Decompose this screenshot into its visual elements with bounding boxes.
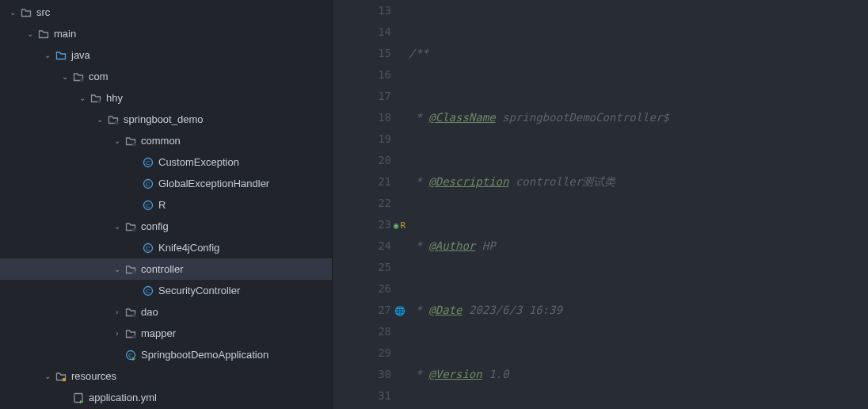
tree-item-hhy[interactable]: ⌄hhy [0,87,332,109]
project-tree[interactable]: ⌄src⌄main⌄java⌄com⌄hhy⌄springboot_demo⌄c… [0,0,333,409]
chevron-right-icon[interactable]: › [111,329,124,338]
line-number[interactable]: 26 [333,278,391,300]
class-icon: C [141,243,155,254]
yml-icon [71,392,86,403]
tree-item-com[interactable]: ⌄com [0,66,332,87]
line-number[interactable]: 19 [333,128,391,150]
tree-label: CustomException [158,156,239,168]
tree-label: main [54,28,76,40]
chevron-down-icon[interactable]: ⌄ [111,222,124,231]
tree-item-resources[interactable]: ⌄resources [0,365,332,387]
package-icon [124,328,138,339]
svg-point-1 [97,99,101,103]
class-run-icon: C [124,350,138,361]
tree-item-src[interactable]: ⌄src [0,2,332,23]
line-number[interactable]: 31 [333,385,391,407]
svg-text:C: C [146,288,150,295]
package-icon [106,114,120,125]
tree-label: springboot_demo [124,113,203,125]
tree-label: com [89,71,108,82]
tree-label: src [36,6,50,18]
class-icon: C [141,178,155,189]
tree-label: R [158,199,166,211]
chevron-down-icon[interactable]: ⌄ [6,8,19,17]
package-icon [124,136,138,147]
code-editor[interactable]: 1314151617181920212223◉R24252627🌐2829303… [333,0,868,409]
line-number[interactable]: 28 [333,321,391,342]
svg-point-3 [132,142,136,146]
resources-icon [54,371,68,382]
svg-text:C: C [146,202,150,209]
chevron-down-icon[interactable]: ⌄ [41,372,54,380]
tree-item-java[interactable]: ⌄java [0,44,332,66]
tree-item-dao[interactable]: ›dao [0,301,332,323]
package-icon [124,264,138,275]
tree-label: SpringbootDemoApplication [141,349,268,361]
package-icon [89,93,103,104]
line-number[interactable]: 20 [333,150,391,171]
folder-icon [36,29,51,40]
tree-item-r[interactable]: ·CR [0,194,332,216]
tree-label: java [71,49,90,61]
package-icon [124,221,138,232]
tree-item-mapper[interactable]: ›mapper [0,323,332,344]
line-number[interactable]: 17 [333,86,391,107]
tree-item-application-yml[interactable]: ·application.yml [0,387,332,408]
tree-label: application.yml [89,392,157,403]
line-number[interactable]: 24 [333,235,391,257]
chevron-down-icon[interactable]: ⌄ [41,51,54,59]
tree-item-globalexceptionhandler[interactable]: ·CGlobalExceptionHandler [0,173,332,194]
chevron-down-icon[interactable]: ⌄ [24,29,36,38]
tree-label: config [141,220,169,232]
line-number[interactable]: 14 [333,21,391,43]
tree-item-customexception[interactable]: ·CCustomException [0,151,332,173]
svg-point-2 [115,120,119,124]
line-number[interactable]: 21 [333,171,391,193]
line-gutter: 1314151617181920212223◉R24252627🌐2829303… [333,0,409,409]
svg-point-17 [132,334,136,338]
tree-label: dao [141,306,158,318]
class-icon: C [141,157,155,168]
tree-item-springboot-demo[interactable]: ⌄springboot_demo [0,109,332,130]
tree-item-controller[interactable]: ⌄controller [0,258,332,280]
tree-label: GlobalExceptionHandler [158,178,269,189]
line-number[interactable]: 29 [333,342,391,364]
chevron-down-icon[interactable]: ⌄ [93,115,106,124]
line-number[interactable]: 25 [333,257,391,278]
gutter-globe-icon[interactable]: 🌐 [394,300,405,321]
package-icon [71,71,86,82]
tree-label: resources [71,370,116,382]
line-number[interactable]: 27🌐 [333,300,391,321]
chevron-right-icon[interactable]: › [111,308,124,316]
gutter-implement-icon[interactable]: ◉R [394,214,405,235]
svg-text:C: C [146,159,150,166]
line-number[interactable]: 15 [333,43,391,64]
folder-icon [19,7,33,18]
tree-item-securitycontroller[interactable]: ·CSecurityController [0,280,332,301]
line-number[interactable]: 13 [333,0,391,21]
line-number[interactable]: 30 [333,364,391,385]
tree-item-common[interactable]: ⌄common [0,130,332,151]
svg-point-13 [132,270,136,274]
ide-window: ⌄src⌄main⌄java⌄com⌄hhy⌄springboot_demo⌄c… [0,0,868,409]
line-number[interactable]: 23◉R [333,214,391,235]
package-icon [124,307,138,318]
class-icon: C [141,285,155,296]
line-number[interactable]: 22 [333,193,391,214]
chevron-down-icon[interactable]: ⌄ [76,94,89,102]
chevron-down-icon[interactable]: ⌄ [59,72,71,81]
svg-point-0 [80,78,84,82]
code-area[interactable]: /** * @ClassName springbootDemoControlle… [409,0,868,409]
tree-label: controller [141,263,183,275]
line-number[interactable]: 16 [333,64,391,86]
tree-item-config[interactable]: ⌄config [0,216,332,237]
tree-item-springbootdemoapplication[interactable]: ·CSpringbootDemoApplication [0,344,332,365]
tree-label: SecurityController [158,285,240,296]
chevron-down-icon[interactable]: ⌄ [111,265,124,273]
svg-text:C: C [146,245,150,252]
chevron-down-icon[interactable]: ⌄ [111,136,124,145]
tree-item-main[interactable]: ⌄main [0,23,332,44]
svg-point-16 [132,313,136,317]
line-number[interactable]: 18 [333,107,391,128]
tree-item-knife4jconfig[interactable]: ·CKnife4jConfig [0,237,332,258]
